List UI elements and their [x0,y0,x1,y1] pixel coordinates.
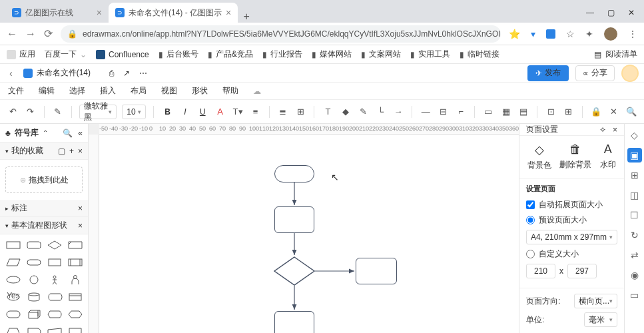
width-input[interactable]: 210 [526,264,555,278]
shape-parallelogram[interactable] [4,256,22,269]
connector-icon[interactable]: └ [374,105,386,119]
tab-delete-bg[interactable]: 🗑删除背景 [559,143,591,171]
shape-cube[interactable] [25,308,43,321]
unit-select[interactable]: 毫米▾ [584,312,617,327]
shape-database[interactable] [25,290,43,304]
back-button[interactable]: ← [7,28,17,40]
help-icon[interactable]: ◉ [627,268,642,282]
process-shape-2[interactable] [356,258,397,284]
search-icon[interactable]: 🔍 [625,105,637,119]
shape-doc[interactable] [45,256,63,269]
menu-file[interactable]: 文件 [8,85,24,97]
plus-icon[interactable]: + [69,147,74,156]
reading-list[interactable]: ▤ 阅读清单 [594,49,637,60]
close-icon[interactable]: × [78,204,83,213]
menu-shape[interactable]: 形状 [192,85,208,97]
arrow-icon[interactable]: → [392,105,404,119]
shape-display[interactable] [45,308,63,321]
bookmark-item[interactable]: Confluence [96,50,149,59]
history-icon[interactable]: ↻ [627,228,642,242]
shape-terminator[interactable] [25,256,43,269]
new-tab-button[interactable]: + [238,11,255,23]
menu-insert[interactable]: 插入 [100,85,116,97]
menu-help[interactable]: 帮助 [222,85,238,97]
close-panel-icon[interactable]: × [613,125,617,135]
shape-diamond[interactable] [45,238,63,252]
document-tab[interactable]: 未命名文件(14) [17,67,97,79]
export-icon[interactable]: ↗ [123,69,130,78]
settings-icon[interactable]: ✕ [607,105,619,119]
publish-button[interactable]: ✈ 发布 [527,65,569,81]
process-shape[interactable] [274,206,314,233]
browser-tab-0[interactable]: ⊃ 亿图图示在线 × [5,3,109,23]
maximize-icon[interactable]: ▢ [607,8,615,17]
style-panel-icon[interactable]: ◇ [627,128,642,143]
corner-icon[interactable]: ⌐ [455,105,467,119]
bookmark-item[interactable]: 百度一下⌄ [45,49,87,60]
align-left-icon[interactable]: ≣ [277,105,289,119]
menu-select[interactable]: 选择 [69,85,85,97]
shape-hex[interactable] [66,308,84,321]
text-more-icon[interactable]: T▾ [232,105,244,119]
cloud-icon[interactable]: ☁ [253,87,261,96]
font-color-icon[interactable]: A [214,105,226,119]
browser-tab-1[interactable]: ⊃ 未命名文件(14) - 亿图图示 × [109,3,238,23]
pin-icon[interactable]: ✧ [599,125,606,135]
shortcuts-icon[interactable]: ⇄ [627,248,642,262]
shape-actor[interactable] [45,273,63,286]
apps-shortcut[interactable]: 应用 [7,49,35,60]
comment-icon[interactable]: ☐ [627,208,642,222]
shape-rect[interactable] [4,238,22,252]
terminator-shape[interactable] [274,165,314,182]
shape-start[interactable]: Yes [4,290,22,304]
bookmark-folder[interactable]: ▮ 实用工具 [410,49,450,60]
preset-size-row[interactable]: 预设页面大小 [526,214,617,226]
more-icon[interactable]: ⋯ [139,69,147,78]
undo-icon[interactable]: ↶ [7,105,19,119]
add-icon[interactable]: ▢ [58,147,65,156]
shape-person[interactable] [66,273,84,286]
close-icon[interactable]: × [97,7,102,18]
user-avatar[interactable] [621,65,639,82]
align-icon[interactable]: ≡ [249,105,261,119]
profile-avatar[interactable] [604,27,617,41]
lock-icon[interactable]: 🔒 [590,105,602,119]
menu-view[interactable]: 视图 [161,85,177,97]
group-icon[interactable]: ⊡ [545,105,557,119]
height-input[interactable]: 297 [567,264,597,278]
basic-shapes-section[interactable]: ▾基本流程图形状× [0,217,88,234]
shape-predef[interactable] [66,256,84,269]
menu-edit[interactable]: 编辑 [39,85,55,97]
shape-card[interactable] [66,238,84,252]
bookmark-folder[interactable]: ▮ 文案网站 [361,49,401,60]
dash-icon[interactable]: ⊟ [438,105,450,119]
search-library-icon[interactable]: 🔍 [63,129,73,138]
line-style-icon[interactable]: — [420,105,432,119]
forward-button[interactable]: → [25,28,36,40]
ext-icon[interactable]: ▾ [531,29,535,39]
preset-select[interactable]: A4, 210mm x 297mm▾ [526,230,617,244]
favorites-section[interactable]: ▾我的收藏▢+× [0,143,88,160]
bookmark-folder[interactable]: ▮ 产品&竞品 [208,49,253,60]
shape-trap[interactable] [4,325,22,333]
shape-roundrect2[interactable] [4,308,22,321]
close-icon[interactable]: × [78,221,83,230]
save-icon[interactable]: ⎙ [109,69,114,78]
drawing-canvas[interactable]: ↖ [99,135,519,333]
orientation-select[interactable]: 横向页...▾ [574,294,617,308]
url-input[interactable]: 🔒 edrawmax.cn/online/app.html?NY7LDolwFE… [61,25,501,43]
shape-ellipse[interactable] [4,273,22,286]
annotation-section[interactable]: ▸标注× [0,200,88,217]
collapse-panel-icon[interactable]: « [78,129,83,138]
reload-button[interactable]: ⟳ [44,27,53,40]
brush-icon[interactable]: ✎ [52,105,64,119]
minimize-icon[interactable]: — [586,8,594,17]
underline-icon[interactable]: U [196,105,208,119]
close-window-icon[interactable]: ✕ [628,8,635,17]
share-button[interactable]: ∝ 分享 [575,65,615,81]
line-color-icon[interactable]: ✎ [357,105,369,119]
image-icon[interactable]: ▭ [482,105,494,119]
align-dist-icon[interactable]: ⊞ [294,105,306,119]
shape-storage[interactable] [66,290,84,304]
bookmark-folder[interactable]: ▮ 后台账号 [159,49,198,60]
